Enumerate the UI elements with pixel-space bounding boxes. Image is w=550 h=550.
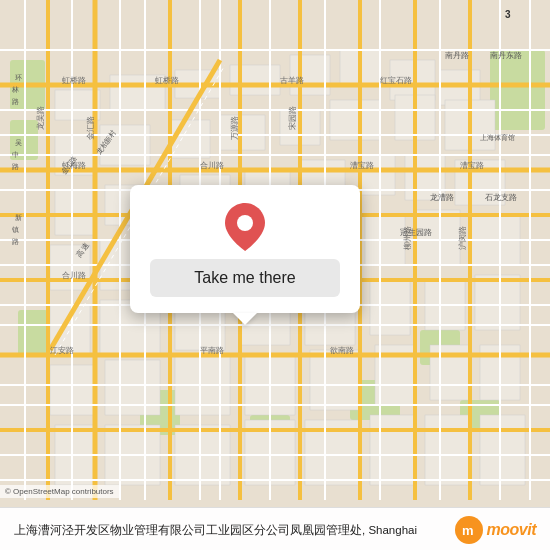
svg-text:路: 路 [12,163,19,170]
svg-rect-3 [18,310,48,355]
svg-text:平南路: 平南路 [200,346,224,355]
svg-text:中: 中 [12,151,19,158]
svg-text:龙漕路: 龙漕路 [430,193,454,202]
moovit-logo: m moovit [455,516,536,544]
svg-text:红宝石路: 红宝石路 [380,76,412,85]
moovit-brand-text: moovit [487,521,536,539]
svg-rect-5 [490,50,545,130]
svg-text:欲南路: 欲南路 [330,346,354,355]
svg-rect-13 [230,65,280,95]
location-pin-icon [224,203,266,251]
svg-text:路: 路 [12,238,19,245]
svg-text:冠生园路: 冠生园路 [400,228,432,237]
svg-text:m: m [462,523,474,538]
svg-text:合川路: 合川路 [200,161,224,170]
moovit-icon: m [455,516,483,544]
svg-rect-65 [480,415,525,485]
svg-text:合川路: 合川路 [62,271,86,280]
take-me-there-button[interactable]: Take me there [150,259,340,297]
svg-rect-49 [475,275,520,330]
svg-text:南丹东路: 南丹东路 [490,51,522,60]
svg-text:龙吴路: 龙吴路 [36,106,45,130]
svg-text:镇: 镇 [11,226,19,234]
svg-text:石龙支路: 石龙支路 [485,193,517,202]
svg-text:漕宝路: 漕宝路 [460,161,484,170]
svg-text:上海体育馆: 上海体育馆 [480,133,515,142]
location-name-label: 上海漕河泾开发区物业管理有限公司工业园区分公司凤凰园管理处, Shanghai [14,522,445,538]
svg-text:环: 环 [15,74,22,81]
bottom-bar: 上海漕河泾开发区物业管理有限公司工业园区分公司凤凰园管理处, Shanghai … [0,507,550,550]
svg-rect-63 [370,415,415,485]
svg-point-148 [237,215,253,231]
map-container: 虹桥路 虹桥路 古羊路 红宝石路 虹梅路 合川路 漕宝路 漕宝路 合川路 虹梅路… [0,0,550,550]
svg-text:古羊路: 古羊路 [280,76,304,85]
svg-text:江安路: 江安路 [50,346,74,355]
svg-text:沪闵路: 沪闵路 [458,226,467,250]
svg-text:虹桥路: 虹桥路 [62,76,86,85]
location-callout: Take me there [130,185,360,313]
map-attribution: © OpenStreetMap contributors [0,485,119,498]
svg-rect-51 [105,360,160,415]
svg-rect-47 [370,280,410,335]
svg-rect-40 [415,210,460,265]
svg-text:新: 新 [15,214,22,221]
svg-rect-64 [425,415,470,485]
svg-text:3: 3 [505,9,511,20]
svg-text:万源路: 万源路 [230,116,239,140]
svg-text:林: 林 [11,86,19,93]
svg-text:南丹路: 南丹路 [445,51,469,60]
svg-rect-26 [55,190,95,235]
svg-text:虹桥路: 虹桥路 [155,76,179,85]
svg-rect-54 [310,350,360,410]
svg-text:路: 路 [12,98,19,105]
svg-text:吴: 吴 [15,139,22,146]
svg-text:漕宝路: 漕宝路 [350,161,374,170]
svg-text:宋园路: 宋园路 [288,106,297,130]
svg-text:金汇路: 金汇路 [86,116,95,140]
svg-rect-21 [220,115,265,150]
